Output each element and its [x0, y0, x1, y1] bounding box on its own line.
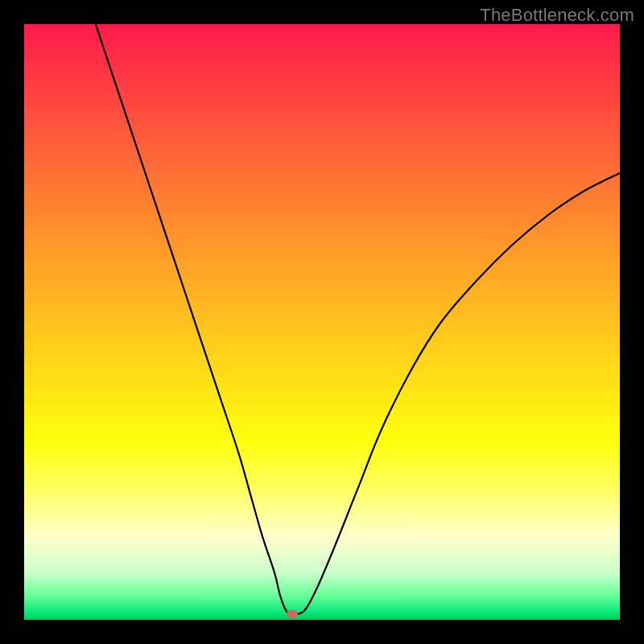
plot-area [24, 24, 620, 620]
watermark-text: TheBottleneck.com [480, 5, 634, 26]
chart-container: TheBottleneck.com [0, 0, 644, 644]
bottleneck-curve [24, 24, 620, 620]
optimum-marker [287, 610, 298, 618]
